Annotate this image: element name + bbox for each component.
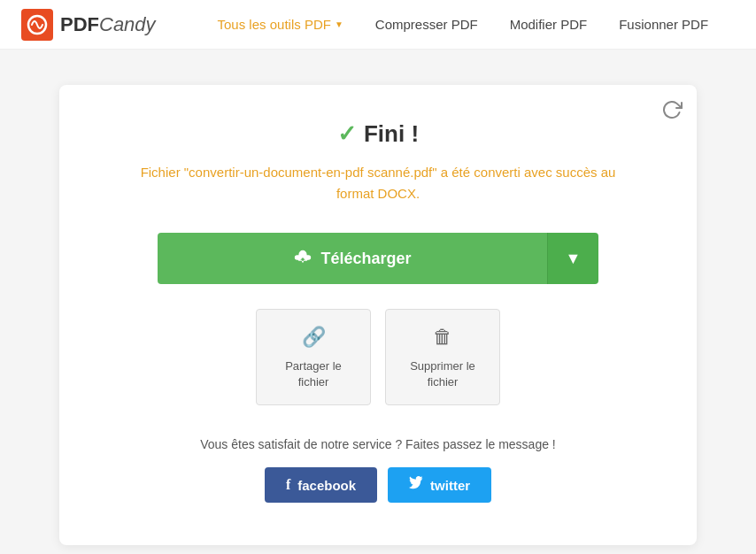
share-message: Vous êtes satisfait de notre service ? F… [112,437,644,451]
main-content: ✓ Fini ! Fichier "convertir-un-document-… [0,50,756,554]
nav-compress[interactable]: Compresser PDF [375,17,478,32]
nav-modify[interactable]: Modifier PDF [510,17,588,32]
logo-candy-text: Candy [99,13,156,35]
twitter-share-button[interactable]: twitter [388,467,491,503]
logo-pdf-text: PDF [60,13,99,35]
pdf-candy-logo-icon [21,9,53,41]
social-row: f facebook twitter [112,467,644,503]
check-icon: ✓ [337,120,357,148]
chevron-down-icon: ▼ [566,250,582,268]
download-row: Télécharger ▼ [112,233,644,284]
share-file-button[interactable]: 🔗 Partager le fichier [256,309,371,405]
chevron-down-icon: ▼ [335,19,343,29]
facebook-share-button[interactable]: f facebook [265,467,377,503]
delete-file-button[interactable]: 🗑 Supprimer le fichier [385,309,500,405]
action-row: 🔗 Partager le fichier 🗑 Supprimer le fic… [112,309,644,405]
nav-merge[interactable]: Fusionner PDF [619,17,708,32]
logo[interactable]: PDFCandy [21,9,156,41]
download-dropdown-button[interactable]: ▼ [547,233,599,284]
link-icon: 🔗 [302,324,326,351]
main-nav: Tous les outils PDF ▼ Compresser PDF Mod… [191,17,735,32]
reload-button[interactable] [661,99,683,126]
success-message: Fichier "convertir-un-document-en-pdf sc… [112,162,644,204]
result-card: ✓ Fini ! Fichier "convertir-un-document-… [59,85,697,545]
success-title: ✓ Fini ! [112,120,644,148]
twitter-icon [409,476,423,494]
reload-icon [661,99,683,120]
trash-icon: 🗑 [433,324,452,351]
download-icon [293,249,312,268]
nav-all-tools[interactable]: Tous les outils PDF ▼ [218,17,343,32]
facebook-icon: f [286,477,290,493]
download-button[interactable]: Télécharger [158,233,547,284]
header: PDFCandy Tous les outils PDF ▼ Compresse… [0,0,756,50]
